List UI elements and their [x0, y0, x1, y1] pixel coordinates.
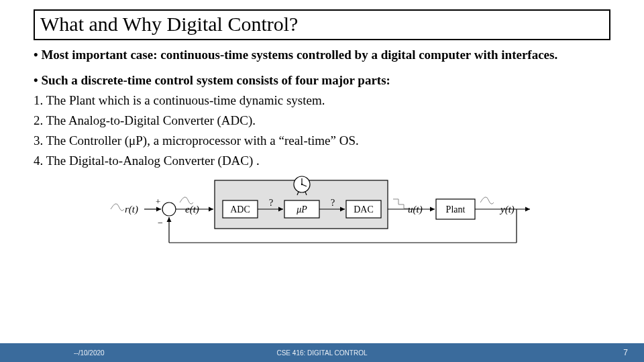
item-1: 1. The Plant which is a continuous-time … [34, 93, 610, 108]
label-mup: μP [296, 204, 307, 215]
label-dac: DAC [354, 204, 374, 215]
bullet-2: • Such a discrete-time control system co… [34, 73, 610, 88]
label-minus: − [158, 218, 163, 228]
footer-course: CSE 416: DIGITAL CONTROL [276, 349, 367, 357]
label-plus: + [156, 196, 160, 206]
control-loop-diagram: r(t) + − e(t) ADC [107, 172, 537, 253]
footer-date: --/10/2020 [74, 349, 105, 357]
footer-page-number: 7 [623, 348, 628, 357]
summing-junction [162, 202, 176, 216]
bullet-1: • Most important case: continuous-time s… [34, 47, 610, 64]
bullet-1-text: Most important case: continuous-time sys… [41, 48, 557, 62]
item-2: 2. The Analog-to-Digital Converter (ADC)… [34, 113, 610, 128]
label-r: r(t) [125, 204, 138, 215]
slide-body: What and Why Digital Control? • Most imp… [0, 0, 644, 255]
label-q1: ? [269, 198, 273, 208]
item-3: 3. The Controller (μP), a microprocessor… [34, 133, 610, 148]
label-q2: ? [331, 198, 335, 208]
label-plant: Plant [446, 204, 466, 215]
footer-bar: --/10/2020 CSE 416: DIGITAL CONTROL 7 [0, 343, 644, 362]
bullet-2-text: Such a discrete-time control system cons… [41, 73, 390, 87]
label-adc: ADC [230, 204, 250, 215]
item-4: 4. The Digital-to-Analog Converter (DAC)… [34, 154, 610, 168]
title-box: What and Why Digital Control? [34, 9, 610, 40]
block-diagram: r(t) + − e(t) ADC [34, 172, 610, 255]
slide-title: What and Why Digital Control? [40, 12, 604, 36]
